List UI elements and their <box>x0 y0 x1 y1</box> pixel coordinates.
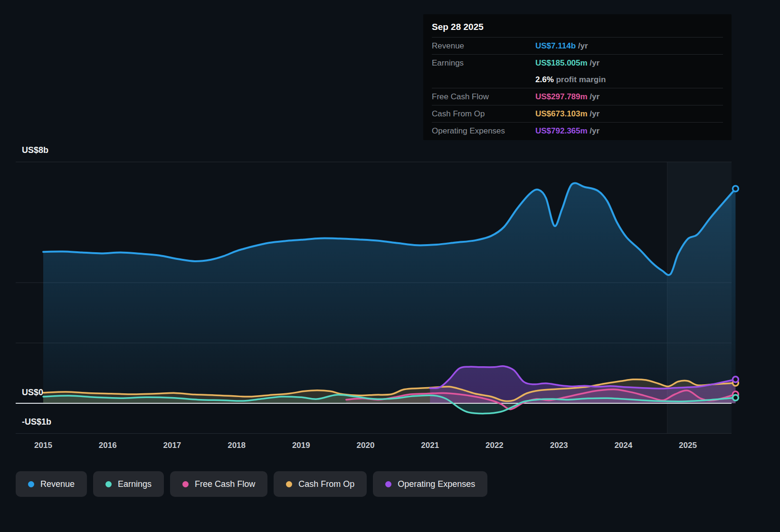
tooltip-row-earnings: Earnings US$185.005m /yr <box>432 54 723 71</box>
x-tick-2025: 2025 <box>669 441 707 450</box>
y-axis-label-top: US$8b <box>22 145 48 155</box>
x-tick-2017: 2017 <box>153 441 191 450</box>
earnings-legend-dot-icon <box>105 481 112 487</box>
x-tick-2021: 2021 <box>411 441 449 450</box>
tooltip-row-cash-from-op: Cash From Op US$673.103m /yr <box>432 105 723 122</box>
y-axis-label-bottom: -US$1b <box>22 417 51 427</box>
legend-item-earnings[interactable]: Earnings <box>93 471 164 497</box>
legend: RevenueEarningsFree Cash FlowCash From O… <box>16 471 487 497</box>
x-tick-2019: 2019 <box>282 441 320 450</box>
tooltip-value-revenue: US$7.114b /yr <box>535 41 723 51</box>
tooltip-value-earnings: US$185.005m /yr <box>535 58 723 68</box>
tooltip-row-free-cash-flow: Free Cash Flow US$297.789m /yr <box>432 88 723 105</box>
cash-from-op-legend-dot-icon <box>286 481 292 487</box>
x-tick-2022: 2022 <box>476 441 514 450</box>
x-tick-2024: 2024 <box>604 441 642 450</box>
earnings-endpoint-dot <box>732 395 738 400</box>
x-tick-2020: 2020 <box>347 441 385 450</box>
tooltip-label-free-cash-flow: Free Cash Flow <box>432 92 535 102</box>
x-tick-2016: 2016 <box>89 441 127 450</box>
tooltip-row-revenue: Revenue US$7.114b /yr <box>432 37 723 54</box>
legend-item-operating-expenses[interactable]: Operating Expenses <box>373 471 487 497</box>
tooltip-label-cash-from-op: Cash From Op <box>432 109 535 119</box>
tooltip-label-operating-expenses: Operating Expenses <box>432 126 535 136</box>
tooltip: Sep 28 2025 Revenue US$7.114b /yr Earnin… <box>423 14 732 140</box>
x-tick-2015: 2015 <box>24 441 62 450</box>
operating-expenses-endpoint-dot <box>732 377 738 382</box>
legend-label: Cash From Op <box>298 479 354 489</box>
x-tick-2018: 2018 <box>218 441 256 450</box>
tooltip-value-profit-margin: 2.6% profit margin <box>535 75 723 85</box>
tooltip-label-revenue: Revenue <box>432 41 535 51</box>
free-cash-flow-legend-dot-icon <box>182 481 189 487</box>
revenue-endpoint-dot <box>732 186 738 191</box>
tooltip-row-profit-margin: 2.6% profit margin <box>432 71 723 88</box>
tooltip-label-earnings: Earnings <box>432 58 535 68</box>
legend-label: Revenue <box>40 479 75 489</box>
legend-label: Free Cash Flow <box>195 479 255 489</box>
tooltip-row-operating-expenses: Operating Expenses US$792.365m /yr <box>432 122 723 139</box>
tooltip-value-cash-from-op: US$673.103m /yr <box>535 109 723 119</box>
revenue-area <box>43 183 735 403</box>
operating-expenses-legend-dot-icon <box>385 481 391 487</box>
y-axis-label-zero: US$0 <box>22 388 43 398</box>
tooltip-value-operating-expenses: US$792.365m /yr <box>535 126 723 136</box>
tooltip-value-free-cash-flow: US$297.789m /yr <box>535 92 723 102</box>
legend-item-revenue[interactable]: Revenue <box>16 471 87 497</box>
x-tick-2023: 2023 <box>540 441 578 450</box>
revenue-legend-dot-icon <box>28 481 34 487</box>
legend-label: Operating Expenses <box>398 479 475 489</box>
tooltip-date: Sep 28 2025 <box>432 17 723 37</box>
legend-label: Earnings <box>118 479 152 489</box>
legend-item-cash-from-op[interactable]: Cash From Op <box>274 471 367 497</box>
legend-item-free-cash-flow[interactable]: Free Cash Flow <box>170 471 267 497</box>
